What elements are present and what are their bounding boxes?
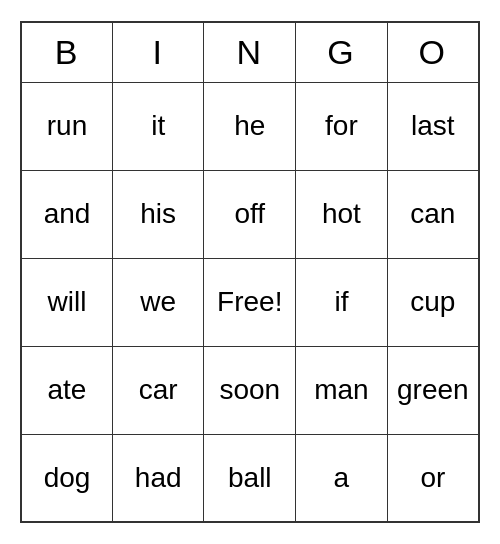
bingo-header-row: BINGO — [21, 22, 479, 82]
bingo-cell-4-1: had — [112, 434, 203, 522]
bingo-row-2: willweFree!ifcup — [21, 258, 479, 346]
bingo-cell-1-0: and — [21, 170, 112, 258]
header-letter-i: I — [112, 22, 203, 82]
bingo-cell-2-4: cup — [387, 258, 479, 346]
bingo-row-0: runitheforlast — [21, 82, 479, 170]
bingo-cell-4-3: a — [296, 434, 388, 522]
bingo-cell-0-3: for — [296, 82, 388, 170]
bingo-cell-3-3: man — [296, 346, 388, 434]
bingo-row-1: andhisoffhotcan — [21, 170, 479, 258]
bingo-cell-1-2: off — [204, 170, 296, 258]
bingo-row-4: doghadballaor — [21, 434, 479, 522]
bingo-cell-2-0: will — [21, 258, 112, 346]
bingo-cell-0-2: he — [204, 82, 296, 170]
bingo-cell-3-4: green — [387, 346, 479, 434]
bingo-cell-0-0: run — [21, 82, 112, 170]
header-letter-o: O — [387, 22, 479, 82]
bingo-cell-4-2: ball — [204, 434, 296, 522]
bingo-cell-1-4: can — [387, 170, 479, 258]
bingo-cell-3-0: ate — [21, 346, 112, 434]
bingo-cell-0-4: last — [387, 82, 479, 170]
header-letter-b: B — [21, 22, 112, 82]
bingo-cell-2-3: if — [296, 258, 388, 346]
header-letter-n: N — [204, 22, 296, 82]
bingo-cell-1-3: hot — [296, 170, 388, 258]
bingo-cell-3-2: soon — [204, 346, 296, 434]
bingo-cell-1-1: his — [112, 170, 203, 258]
bingo-cell-4-4: or — [387, 434, 479, 522]
bingo-cell-2-2: Free! — [204, 258, 296, 346]
bingo-cell-0-1: it — [112, 82, 203, 170]
header-letter-g: G — [296, 22, 388, 82]
bingo-cell-3-1: car — [112, 346, 203, 434]
bingo-row-3: atecarsoonmangreen — [21, 346, 479, 434]
bingo-card: BINGO runitheforlastandhisoffhotcanwillw… — [20, 21, 480, 523]
bingo-cell-4-0: dog — [21, 434, 112, 522]
bingo-cell-2-1: we — [112, 258, 203, 346]
